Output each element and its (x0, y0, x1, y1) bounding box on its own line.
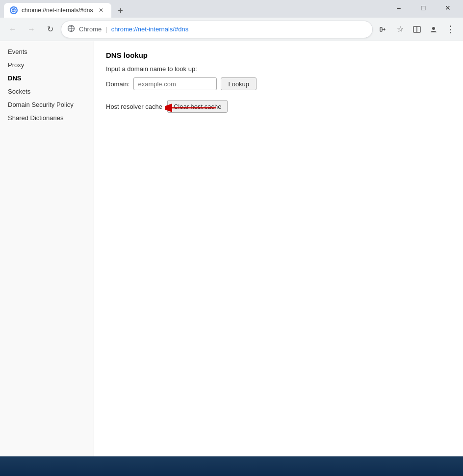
annotation-arrow (165, 98, 219, 118)
sidebar-item-shared-dictionaries[interactable]: Shared Dictionaries (0, 111, 94, 125)
close-button[interactable]: ✕ (437, 0, 459, 16)
profile-button[interactable] (426, 22, 441, 37)
sidebar-item-domain-security-policy[interactable]: Domain Security Policy (0, 98, 94, 111)
active-tab[interactable]: chrome://net-internals/#dns ✕ (4, 3, 111, 18)
toolbar-action-icons: ☆ ⋮ (376, 22, 458, 37)
svg-rect-2 (380, 27, 382, 31)
split-view-button[interactable] (409, 22, 425, 37)
page-content: DNS lookup Input a domain name to look u… (94, 41, 463, 476)
sidebar-item-sockets[interactable]: Sockets (0, 85, 94, 98)
sidebar-item-dns[interactable]: DNS (0, 72, 94, 85)
tab-close-button[interactable]: ✕ (97, 6, 105, 15)
lookup-row: Domain: Lookup (106, 77, 451, 90)
titlebar: chrome://net-internals/#dns ✕ + – □ ✕ (0, 0, 463, 18)
sidebar: Events Proxy DNS Sockets Domain Security… (0, 41, 94, 476)
address-separator: | (105, 25, 107, 33)
chrome-icon (67, 25, 75, 34)
page-title: DNS lookup (106, 51, 451, 59)
lookup-button[interactable]: Lookup (221, 77, 257, 90)
svg-point-5 (432, 27, 435, 30)
host-resolver-label: Host resolver cache (106, 103, 162, 110)
sidebar-item-proxy[interactable]: Proxy (0, 58, 94, 72)
sidebar-item-events[interactable]: Events (0, 45, 94, 58)
taskbar (0, 456, 463, 476)
domain-label: Domain: (106, 80, 129, 88)
tab-favicon (10, 6, 18, 14)
window-controls: – □ ✕ (387, 0, 459, 18)
forward-button[interactable]: → (24, 22, 39, 37)
toolbar: ← → ↻ Chrome | chrome://net-internals/#d… (0, 18, 463, 41)
back-button[interactable]: ← (5, 22, 21, 37)
cache-row: Host resolver cache Clear host cache (106, 100, 451, 113)
maximize-button[interactable]: □ (412, 0, 435, 16)
address-chrome-label: Chrome (79, 25, 102, 33)
share-button[interactable] (376, 22, 391, 37)
tab-title: chrome://net-internals/#dns (22, 7, 93, 14)
menu-button[interactable]: ⋮ (442, 22, 458, 37)
domain-input[interactable] (133, 77, 217, 90)
minimize-button[interactable]: – (387, 0, 410, 16)
browser-content: Events Proxy DNS Sockets Domain Security… (0, 41, 463, 476)
new-tab-button[interactable]: + (113, 4, 127, 18)
address-url[interactable]: chrome://net-internals/#dns (111, 25, 189, 33)
reload-button[interactable]: ↻ (42, 22, 58, 37)
bookmark-button[interactable]: ☆ (392, 22, 408, 37)
input-description: Input a domain name to look up: (106, 65, 451, 73)
address-bar[interactable]: Chrome | chrome://net-internals/#dns (61, 21, 373, 38)
